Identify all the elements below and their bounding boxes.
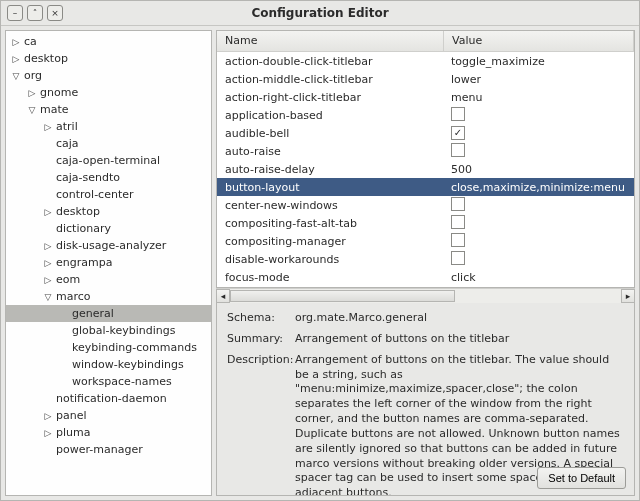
expand-icon[interactable]: ▷ bbox=[42, 207, 54, 217]
window-title: Configuration Editor bbox=[1, 6, 639, 20]
checkbox[interactable] bbox=[451, 233, 465, 247]
tree-item-power-manager[interactable]: power-manager bbox=[6, 441, 211, 458]
expand-icon[interactable]: ▷ bbox=[10, 37, 22, 47]
tree-item-mate[interactable]: ▽mate bbox=[6, 101, 211, 118]
expand-icon[interactable]: ▷ bbox=[42, 411, 54, 421]
tree-item-caja[interactable]: caja bbox=[6, 135, 211, 152]
collapse-icon[interactable]: ▽ bbox=[10, 71, 22, 81]
tree-pane[interactable]: ▷ca▷desktop▽org▷gnome▽mate▷atrilcajacaja… bbox=[5, 30, 212, 496]
tree-item-eom[interactable]: ▷eom bbox=[6, 271, 211, 288]
cell-value[interactable] bbox=[443, 107, 634, 124]
tree-item-desktop[interactable]: ▷desktop bbox=[6, 50, 211, 67]
tree-item-label: desktop bbox=[54, 205, 100, 218]
checkbox[interactable] bbox=[451, 143, 465, 157]
cell-value[interactable]: menu bbox=[443, 91, 634, 104]
tree-item-general[interactable]: general bbox=[6, 305, 211, 322]
tree-item-label: control-center bbox=[54, 188, 134, 201]
tree-item-pluma[interactable]: ▷pluma bbox=[6, 424, 211, 441]
scroll-thumb[interactable] bbox=[230, 290, 455, 302]
table-row[interactable]: disable-workarounds bbox=[217, 250, 634, 268]
checkbox[interactable]: ✓ bbox=[451, 126, 465, 140]
cell-name: center-new-windows bbox=[217, 199, 443, 212]
table-row[interactable]: action-right-click-titlebarmenu bbox=[217, 88, 634, 106]
table-row[interactable]: auto-raise bbox=[217, 142, 634, 160]
expand-icon[interactable]: ▷ bbox=[42, 241, 54, 251]
window: – ˄ × Configuration Editor ▷ca▷desktop▽o… bbox=[0, 0, 640, 501]
cell-name: action-right-click-titlebar bbox=[217, 91, 443, 104]
tree-item-engrampa[interactable]: ▷engrampa bbox=[6, 254, 211, 271]
cell-value[interactable] bbox=[443, 197, 634, 214]
scroll-right-icon[interactable]: ▸ bbox=[621, 289, 635, 303]
table-row[interactable]: audible-bell✓ bbox=[217, 124, 634, 142]
tree-item-caja-open-terminal[interactable]: caja-open-terminal bbox=[6, 152, 211, 169]
tree-item-global-keybindings[interactable]: global-keybindings bbox=[6, 322, 211, 339]
tree-item-gnome[interactable]: ▷gnome bbox=[6, 84, 211, 101]
tree-item-dictionary[interactable]: dictionary bbox=[6, 220, 211, 237]
tree-item-notification-daemon[interactable]: notification-daemon bbox=[6, 390, 211, 407]
tree-item-atril[interactable]: ▷atril bbox=[6, 118, 211, 135]
tree-item-label: general bbox=[70, 307, 114, 320]
cell-value[interactable]: close,maximize,minimize:menu bbox=[443, 181, 634, 194]
expand-icon[interactable]: ▷ bbox=[26, 88, 38, 98]
cell-value[interactable]: ✓ bbox=[443, 126, 634, 140]
table-row[interactable]: action-double-click-titlebartoggle_maxim… bbox=[217, 52, 634, 70]
collapse-icon[interactable]: ▽ bbox=[26, 105, 38, 115]
tree-item-control-center[interactable]: control-center bbox=[6, 186, 211, 203]
collapse-icon[interactable]: ▽ bbox=[42, 292, 54, 302]
table-row[interactable]: focus-modeclick bbox=[217, 268, 634, 286]
tree-item-label: global-keybindings bbox=[70, 324, 176, 337]
tree-item-label: disk-usage-analyzer bbox=[54, 239, 166, 252]
table-row[interactable]: center-new-windows bbox=[217, 196, 634, 214]
checkbox[interactable] bbox=[451, 197, 465, 211]
tree-item-workspace-names[interactable]: workspace-names bbox=[6, 373, 211, 390]
table-row[interactable]: auto-raise-delay500 bbox=[217, 160, 634, 178]
table-row[interactable]: compositing-manager bbox=[217, 232, 634, 250]
close-button[interactable]: × bbox=[47, 5, 63, 21]
cell-value[interactable]: toggle_maximize bbox=[443, 55, 634, 68]
table-header-value[interactable]: Value bbox=[444, 31, 634, 51]
cell-name: button-layout bbox=[217, 181, 443, 194]
tree-item-label: engrampa bbox=[54, 256, 112, 269]
table-header-name[interactable]: Name bbox=[217, 31, 444, 51]
tree-item-keybinding-commands[interactable]: keybinding-commands bbox=[6, 339, 211, 356]
expand-icon[interactable]: ▷ bbox=[42, 275, 54, 285]
tree-item-window-keybindings[interactable]: window-keybindings bbox=[6, 356, 211, 373]
cell-name: action-double-click-titlebar bbox=[217, 55, 443, 68]
cell-value[interactable] bbox=[443, 215, 634, 232]
maximize-button[interactable]: ˄ bbox=[27, 5, 43, 21]
expand-icon[interactable]: ▷ bbox=[10, 54, 22, 64]
checkbox[interactable] bbox=[451, 251, 465, 265]
checkbox[interactable] bbox=[451, 215, 465, 229]
cell-value[interactable]: lower bbox=[443, 73, 634, 86]
cell-value[interactable] bbox=[443, 233, 634, 250]
expand-icon[interactable]: ▷ bbox=[42, 428, 54, 438]
table-header: Name Value bbox=[217, 31, 634, 52]
table-row[interactable]: button-layoutclose,maximize,minimize:men… bbox=[217, 178, 634, 196]
cell-value[interactable]: 500 bbox=[443, 163, 634, 176]
cell-value[interactable] bbox=[443, 251, 634, 268]
tree-item-desktop[interactable]: ▷desktop bbox=[6, 203, 211, 220]
cell-name: auto-raise bbox=[217, 145, 443, 158]
set-to-default-button[interactable]: Set to Default bbox=[537, 467, 626, 489]
tree-item-label: panel bbox=[54, 409, 87, 422]
scroll-left-icon[interactable]: ◂ bbox=[216, 289, 230, 303]
tree-item-caja-sendto[interactable]: caja-sendto bbox=[6, 169, 211, 186]
horizontal-scrollbar[interactable]: ◂ ▸ bbox=[216, 288, 635, 303]
checkbox[interactable] bbox=[451, 107, 465, 121]
tree-item-panel[interactable]: ▷panel bbox=[6, 407, 211, 424]
tree-item-ca[interactable]: ▷ca bbox=[6, 33, 211, 50]
expand-icon[interactable]: ▷ bbox=[42, 122, 54, 132]
tree-item-label: caja-open-terminal bbox=[54, 154, 160, 167]
expand-icon[interactable]: ▷ bbox=[42, 258, 54, 268]
tree-item-marco[interactable]: ▽marco bbox=[6, 288, 211, 305]
cell-value[interactable]: click bbox=[443, 271, 634, 284]
minimize-button[interactable]: – bbox=[7, 5, 23, 21]
table-row[interactable]: application-based bbox=[217, 106, 634, 124]
schema-value: org.mate.Marco.general bbox=[295, 311, 624, 326]
table-row[interactable]: compositing-fast-alt-tab bbox=[217, 214, 634, 232]
tree-item-disk-usage-analyzer[interactable]: ▷disk-usage-analyzer bbox=[6, 237, 211, 254]
cell-value[interactable] bbox=[443, 143, 634, 160]
table-row[interactable]: action-middle-click-titlebarlower bbox=[217, 70, 634, 88]
table-body[interactable]: action-double-click-titlebartoggle_maxim… bbox=[217, 52, 634, 287]
tree-item-org[interactable]: ▽org bbox=[6, 67, 211, 84]
